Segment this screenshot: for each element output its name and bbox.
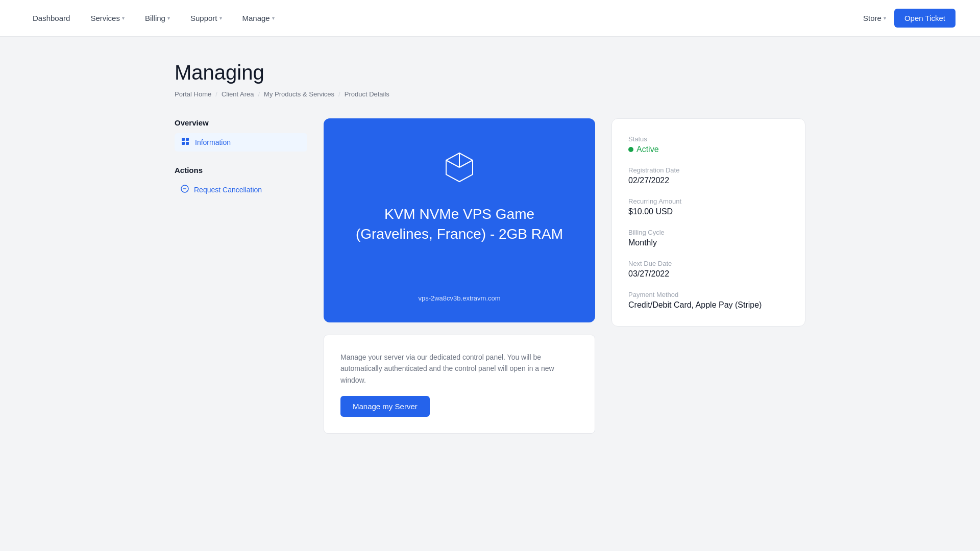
info-panel: Status Active Registration Date 02/27/20…	[611, 118, 805, 327]
nav-manage[interactable]: Manage ▾	[234, 10, 283, 27]
nav-right: Store ▾ Open Ticket	[863, 9, 955, 28]
nav-support-chevron-icon: ▾	[219, 15, 222, 21]
recurring-amount-value: $10.00 USD	[628, 207, 789, 216]
nav-store[interactable]: Store ▾	[863, 14, 886, 22]
cancel-icon	[181, 185, 189, 195]
svg-line-8	[459, 160, 473, 167]
manage-server-button[interactable]: Manage my Server	[340, 396, 430, 417]
billing-cycle-value: Monthly	[628, 238, 789, 247]
nav-dashboard-label: Dashboard	[33, 14, 70, 22]
payment-method-value: Credit/Debit Card, Apple Pay (Stripe)	[628, 300, 789, 310]
information-label: Information	[195, 138, 231, 146]
breadcrumb-sep-1: /	[215, 90, 217, 98]
nav-store-chevron-icon: ▾	[884, 15, 886, 21]
navbar: Dashboard Services ▾ Billing ▾ Support ▾…	[0, 0, 980, 37]
main-content: Managing Portal Home / Client Area / My …	[158, 37, 822, 458]
sidebar-item-information[interactable]: Information	[175, 133, 307, 152]
manage-panel: Manage your server via our dedicated con…	[324, 335, 595, 434]
manage-panel-description: Manage your server via our dedicated con…	[340, 352, 578, 386]
open-ticket-button[interactable]: Open Ticket	[894, 9, 955, 28]
product-hostname: vps-2wa8cv3b.extravm.com	[418, 294, 500, 302]
nav-support-label: Support	[190, 14, 217, 22]
product-card: KVM NVMe VPS Game (Gravelines, France) -…	[324, 118, 595, 322]
layout: Overview Information Actions	[175, 118, 805, 434]
registration-date-label: Registration Date	[628, 166, 789, 174]
page-title: Managing	[175, 61, 805, 84]
svg-line-9	[446, 160, 459, 167]
center-area: KVM NVMe VPS Game (Gravelines, France) -…	[324, 118, 595, 434]
product-name: KVM NVMe VPS Game (Gravelines, France) -…	[344, 204, 575, 244]
nav-billing[interactable]: Billing ▾	[137, 10, 178, 27]
nav-services-chevron-icon: ▾	[122, 15, 125, 21]
nav-billing-chevron-icon: ▾	[167, 15, 170, 21]
breadcrumb-my-products[interactable]: My Products & Services	[264, 90, 334, 98]
breadcrumb-portal-home[interactable]: Portal Home	[175, 90, 211, 98]
nav-dashboard[interactable]: Dashboard	[24, 10, 78, 27]
nav-manage-label: Manage	[242, 14, 270, 22]
info-row-recurring-amount: Recurring Amount $10.00 USD	[628, 197, 789, 216]
recurring-amount-label: Recurring Amount	[628, 197, 789, 205]
svg-rect-2	[182, 142, 185, 145]
status-active-text: Active	[636, 145, 659, 154]
request-cancellation-label: Request Cancellation	[194, 186, 262, 194]
svg-rect-0	[182, 138, 185, 141]
nav-support[interactable]: Support ▾	[182, 10, 230, 27]
nav-manage-chevron-icon: ▾	[272, 15, 275, 21]
info-row-billing-cycle: Billing Cycle Monthly	[628, 229, 789, 247]
info-row-status: Status Active	[628, 135, 789, 154]
breadcrumb: Portal Home / Client Area / My Products …	[175, 90, 805, 98]
information-icon	[181, 137, 190, 147]
sidebar-actions: Actions Request Cancellation	[175, 166, 307, 199]
registration-date-value: 02/27/2022	[628, 176, 789, 185]
info-row-next-due-date: Next Due Date 03/27/2022	[628, 260, 789, 279]
breadcrumb-sep-3: /	[338, 90, 340, 98]
product-cube-icon	[441, 149, 478, 188]
nav-services-label: Services	[90, 14, 120, 22]
info-row-payment-method: Payment Method Credit/Debit Card, Apple …	[628, 291, 789, 310]
status-active-dot	[628, 147, 633, 152]
overview-section-title: Overview	[175, 118, 307, 127]
breadcrumb-sep-2: /	[258, 90, 260, 98]
billing-cycle-label: Billing Cycle	[628, 229, 789, 236]
nav-billing-label: Billing	[145, 14, 165, 22]
nav-services[interactable]: Services ▾	[82, 10, 133, 27]
sidebar-item-request-cancellation[interactable]: Request Cancellation	[175, 181, 307, 199]
nav-left: Dashboard Services ▾ Billing ▾ Support ▾…	[24, 10, 863, 27]
breadcrumb-client-area[interactable]: Client Area	[222, 90, 254, 98]
sidebar: Overview Information Actions	[175, 118, 307, 434]
actions-section-title: Actions	[175, 166, 307, 174]
status-value: Active	[628, 145, 789, 154]
svg-rect-1	[186, 138, 189, 141]
next-due-date-label: Next Due Date	[628, 260, 789, 267]
svg-rect-3	[186, 142, 189, 145]
breadcrumb-product-details: Product Details	[345, 90, 389, 98]
status-label: Status	[628, 135, 789, 143]
payment-method-label: Payment Method	[628, 291, 789, 298]
next-due-date-value: 03/27/2022	[628, 269, 789, 279]
info-row-registration-date: Registration Date 02/27/2022	[628, 166, 789, 185]
nav-store-label: Store	[863, 14, 881, 22]
